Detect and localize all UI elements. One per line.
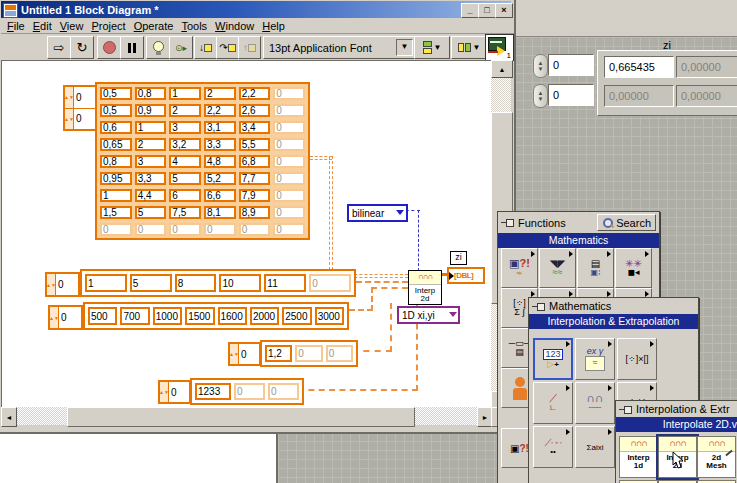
- fp-index-row-field[interactable]: 0: [548, 54, 594, 76]
- z-array-cell[interactable]: 3,2: [169, 138, 201, 151]
- z-array-cell[interactable]: 8,1: [204, 206, 236, 219]
- y-array-cell[interactable]: 1600: [218, 307, 247, 325]
- z-array-cell[interactable]: 1: [100, 189, 132, 202]
- xi-array-cell[interactable]: 0: [326, 345, 353, 362]
- interpolation-palette-titlebar[interactable]: Interpolation & Extr: [616, 401, 737, 417]
- z-array-cell[interactable]: 0,8: [135, 87, 167, 100]
- y-array-index[interactable]: ▲▼0: [48, 305, 83, 330]
- palette-fitting-icon[interactable]: ⟋∟: [533, 382, 573, 424]
- x-array-index[interactable]: ▲▼0: [45, 272, 80, 297]
- yi-array-cell[interactable]: 0: [234, 383, 265, 400]
- z-array-cell[interactable]: 4: [169, 155, 201, 168]
- y-array-cell[interactable]: 1500: [185, 307, 214, 325]
- z-array-cell[interactable]: 0: [204, 223, 236, 236]
- wire-yi[interactable]: [298, 389, 418, 391]
- z-array-cell[interactable]: 0: [273, 155, 305, 168]
- scroll-up-icon[interactable]: ▲: [491, 60, 513, 78]
- chevron-down-icon[interactable]: ▼: [396, 39, 413, 56]
- z-array-cell[interactable]: 0: [273, 138, 305, 151]
- wire-method[interactable]: [418, 210, 419, 271]
- z-array-cell[interactable]: 2: [135, 138, 167, 151]
- fp-index-col-field[interactable]: 0: [548, 84, 594, 106]
- maximize-button[interactable]: □: [478, 3, 496, 18]
- step-out-button[interactable]: ↑: [238, 36, 261, 59]
- z-array-cell[interactable]: 0,8: [100, 155, 132, 168]
- palette-instrument-io-icon[interactable]: ▤▣⁞: [577, 248, 614, 288]
- pushpin-icon[interactable]: [532, 302, 545, 311]
- z-array-cell[interactable]: 0,9: [135, 104, 167, 117]
- chevron-down-icon[interactable]: [396, 210, 404, 215]
- z-array-cell[interactable]: 5,5: [239, 138, 271, 151]
- z-array-cell[interactable]: 2: [169, 104, 201, 117]
- wire-y[interactable]: [349, 309, 373, 311]
- z-array-cell[interactable]: 0: [239, 223, 271, 236]
- z-array-cell[interactable]: 0: [169, 223, 201, 236]
- menu-edit[interactable]: Edit: [29, 19, 56, 33]
- chevron-down-icon[interactable]: [449, 312, 457, 317]
- z-array-cell[interactable]: 0,5: [100, 104, 132, 117]
- wire-y[interactable]: [371, 287, 373, 311]
- palette-vision-motion-icon[interactable]: ✳✳◼◂: [615, 248, 652, 288]
- menu-project[interactable]: Project: [87, 19, 129, 33]
- z-array-cell[interactable]: 2,2: [239, 87, 271, 100]
- z-array-cell[interactable]: 6: [169, 189, 201, 202]
- z-array-cell[interactable]: 0: [100, 223, 132, 236]
- y-index[interactable]: 0: [59, 307, 81, 328]
- palette-measurement-io-icon[interactable]: ◥◤≈≈: [539, 248, 576, 288]
- z-array-cell[interactable]: 0: [273, 172, 305, 185]
- interp-1d-vi[interactable]: ∩∩∩ Interp1d: [619, 436, 658, 478]
- index-spinner-icon[interactable]: ▲▼: [65, 87, 74, 108]
- palette-elementary-functions-icon[interactable]: ex γ≈: [575, 338, 615, 380]
- z-array-cell[interactable]: 0: [273, 206, 305, 219]
- pushpin-icon[interactable]: [619, 405, 632, 414]
- wire-xi[interactable]: [352, 350, 392, 352]
- z-array-cell[interactable]: 4,4: [135, 189, 167, 202]
- minimize-button[interactable]: _: [461, 3, 479, 18]
- z-array-cell[interactable]: 0,6: [100, 121, 132, 134]
- z-array-cell[interactable]: 3,1: [204, 121, 236, 134]
- run-continuous-button[interactable]: ↻: [70, 36, 94, 59]
- palette-structures-icon[interactable]: ▣?!▫▸: [501, 248, 538, 288]
- spin-down-icon[interactable]: ▼: [538, 96, 544, 102]
- palette-curve-fit-icon[interactable]: ⟋┄••: [533, 426, 573, 468]
- distribute-objects-dropdown[interactable]: ▼: [451, 36, 487, 59]
- x-array-cell[interactable]: 11: [264, 274, 306, 292]
- yi-index[interactable]: 0: [169, 382, 189, 402]
- z-array-cell[interactable]: 2: [204, 87, 236, 100]
- wire-y[interactable]: [371, 287, 408, 289]
- zi-output-terminal[interactable]: [DBL]: [447, 267, 485, 284]
- palette-interpolation-icon[interactable]: ∩∩┄┄┄: [575, 382, 615, 424]
- mathematics-palette-header[interactable]: Interpolation & Extrapolation: [529, 314, 698, 329]
- z-array-cell[interactable]: 0,65: [100, 138, 132, 151]
- yi-array-cell[interactable]: 1233: [195, 383, 231, 400]
- search-button[interactable]: Search: [597, 214, 656, 231]
- run-button[interactable]: ⇨: [47, 36, 71, 59]
- scroll-left-icon[interactable]: ◄: [1, 407, 17, 427]
- z-array-cell[interactable]: 3,3: [135, 172, 167, 185]
- z-array-cell[interactable]: 0: [135, 223, 167, 236]
- functions-palette-titlebar[interactable]: Functions Search: [498, 212, 659, 233]
- z-array-cell[interactable]: 6,8: [239, 155, 271, 168]
- z-array-cell[interactable]: 3: [135, 155, 167, 168]
- z-array-cell[interactable]: 3: [169, 121, 201, 134]
- menu-window[interactable]: Window: [211, 19, 258, 33]
- z-array-cell[interactable]: 7,9: [239, 189, 271, 202]
- spin-down-icon[interactable]: ▼: [538, 66, 544, 72]
- yi-array-index[interactable]: ▲▼0: [158, 380, 191, 404]
- palette-polynomial-icon[interactable]: Σaixi: [575, 426, 615, 468]
- x-array-cell[interactable]: 8: [175, 274, 217, 292]
- z-array-cell[interactable]: 7,5: [169, 206, 201, 219]
- index-spinner-icon[interactable]: ▲▼: [50, 307, 59, 328]
- z-array-cell[interactable]: 7,7: [239, 172, 271, 185]
- z-array-cell[interactable]: 0,95: [100, 172, 132, 185]
- diagram-canvas[interactable]: ▲▼0 ▲▼0 0,50,8122,20 0,50,922,22,60 0,61…: [1, 60, 493, 409]
- x-index[interactable]: 0: [56, 274, 78, 295]
- z-array-cell[interactable]: 0: [273, 223, 305, 236]
- z-array-cell[interactable]: 6,6: [204, 189, 236, 202]
- pushpin-icon[interactable]: [501, 218, 514, 227]
- z-array-cell[interactable]: 2,2: [204, 104, 236, 117]
- fp-index-spinner-col[interactable]: ▲▼: [533, 84, 548, 108]
- xi-index[interactable]: 0: [239, 344, 259, 364]
- horizontal-scrollbar-thumb[interactable]: [67, 407, 415, 427]
- palette-numeric-icon[interactable]: 123▷+: [533, 338, 573, 380]
